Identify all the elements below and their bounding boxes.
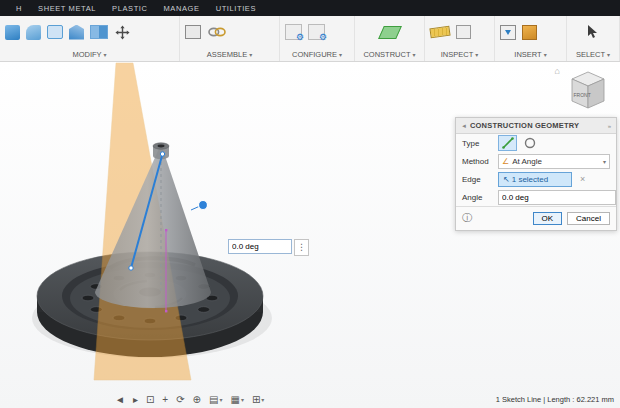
dropdown-caret-icon: ▾ xyxy=(475,51,478,58)
configure-label: CONFIGURE xyxy=(292,50,337,59)
insert-label: INSERT xyxy=(514,50,541,59)
cancel-button[interactable]: Cancel xyxy=(567,212,610,225)
gear-icon: ⚙ xyxy=(319,33,327,42)
viewports-icon: ⊞ xyxy=(252,395,260,405)
modify-menu[interactable]: MODIFY ▾ xyxy=(5,50,174,59)
dialog-footer: ⓘ OK Cancel xyxy=(456,206,616,230)
angle-row: Angle xyxy=(456,188,616,206)
move-copy-icon[interactable] xyxy=(114,24,131,41)
edge-selection-field[interactable]: ↖ 1 selected xyxy=(498,172,572,187)
angle-icon: ∠ xyxy=(502,157,509,166)
selection-status: 1 Sketch Line | Length : 62.221 mm xyxy=(496,395,614,404)
type-circle-icon[interactable] xyxy=(520,135,539,151)
toolbar-group-construct: CONSTRUCT ▾ xyxy=(355,16,425,61)
toolbar-group-assemble: ASSEMBLE ▾ xyxy=(180,16,280,61)
type-row: Type xyxy=(456,134,616,152)
configure-menu[interactable]: CONFIGURE ▾ xyxy=(285,50,349,59)
display-settings-icon: ▤ xyxy=(209,395,218,405)
method-dropdown[interactable]: ∠ At Angle ▾ xyxy=(498,154,610,169)
fusion-window: H SHEET METAL PLASTIC MANAGE UTILITIES M… xyxy=(0,0,620,408)
display-settings-button[interactable]: ▤ ▾ xyxy=(209,395,222,405)
look-at-button[interactable]: ⊕ xyxy=(193,395,201,405)
toolbar-group-configure: ⚙ ⚙ CONFIGURE ▾ xyxy=(280,16,355,61)
tab-manage[interactable]: MANAGE xyxy=(164,4,200,13)
info-icon[interactable]: ⓘ xyxy=(462,211,472,225)
dropdown-caret-icon: ▾ xyxy=(339,51,342,58)
method-value: At Angle xyxy=(512,157,542,166)
configuration-icon[interactable]: ⚙ xyxy=(285,24,302,40)
viewport[interactable]: ⋮ ⌂ FRONT ◄ CONSTRUCTION GEOMETRY » Type xyxy=(0,62,620,408)
select-cursor-icon[interactable] xyxy=(587,25,599,39)
tab-utilities[interactable]: UTILITIES xyxy=(216,4,256,13)
angle-label: Angle xyxy=(462,193,498,202)
view-next-button[interactable]: ▸ xyxy=(133,395,138,405)
split-body-icon[interactable] xyxy=(90,25,108,39)
view-cube[interactable]: FRONT xyxy=(560,68,612,114)
new-component-icon[interactable] xyxy=(185,25,201,39)
pan-button[interactable]: + xyxy=(162,395,168,405)
view-navigation-bar: ◄ ▸ ⊡ + ⟳ ⊕ ▤ ▾ ▦ ▾ ⊞ ▾ xyxy=(115,395,264,405)
dropdown-caret-icon: ▾ xyxy=(413,51,416,58)
section-analysis-icon[interactable] xyxy=(456,25,471,39)
select-menu[interactable]: SELECT ▾ xyxy=(572,50,614,59)
inspect-menu[interactable]: INSPECT ▾ xyxy=(430,50,489,59)
edge-row: Edge ↖ 1 selected × xyxy=(456,170,616,188)
collapse-icon[interactable]: ◄ xyxy=(461,123,467,129)
gear-icon: ⚙ xyxy=(296,33,304,42)
insert-mcmaster-icon[interactable] xyxy=(522,25,537,40)
ok-button[interactable]: OK xyxy=(533,212,563,225)
inline-options-icon[interactable]: ⋮ xyxy=(294,239,309,256)
measure-icon[interactable] xyxy=(429,26,450,39)
select-label: SELECT xyxy=(576,50,605,59)
expand-icon[interactable]: » xyxy=(608,123,611,129)
insert-derive-icon[interactable] xyxy=(500,25,516,40)
top-tab-bar: H SHEET METAL PLASTIC MANAGE UTILITIES xyxy=(0,0,620,16)
grid-settings-button[interactable]: ▦ ▾ xyxy=(230,395,243,405)
viewports-button[interactable]: ⊞ ▾ xyxy=(252,395,264,405)
view-previous-button[interactable]: ◄ xyxy=(115,395,125,405)
assemble-menu[interactable]: ASSEMBLE ▾ xyxy=(185,50,274,59)
angle-input[interactable] xyxy=(498,190,616,205)
modify-label: MODIFY xyxy=(72,50,101,59)
construction-plane-icon[interactable] xyxy=(378,26,402,39)
shell-icon[interactable] xyxy=(47,25,63,39)
press-pull-icon[interactable] xyxy=(5,25,20,40)
inspect-label: INSPECT xyxy=(441,50,474,59)
combine-icon[interactable] xyxy=(69,25,84,40)
configuration-table-icon[interactable]: ⚙ xyxy=(308,24,325,40)
dropdown-caret-icon: ▾ xyxy=(603,158,606,165)
toolbar-group-modify: MODIFY ▾ xyxy=(0,16,180,61)
tab-sheet-metal[interactable]: SHEET METAL xyxy=(38,4,96,13)
toolbar-group-select: SELECT ▾ xyxy=(567,16,620,61)
dialog-header[interactable]: ◄ CONSTRUCTION GEOMETRY » xyxy=(456,118,616,134)
method-label: Method xyxy=(462,157,498,166)
construction-geometry-dialog: ◄ CONSTRUCTION GEOMETRY » Type Method ∠ … xyxy=(455,117,617,231)
dropdown-caret-icon: ▾ xyxy=(261,395,264,405)
construct-menu[interactable]: CONSTRUCT ▾ xyxy=(360,50,419,59)
viewcube-front-label[interactable]: FRONT xyxy=(574,92,591,98)
angle-inline-input[interactable] xyxy=(228,239,292,254)
method-row: Method ∠ At Angle ▾ xyxy=(456,152,616,170)
cursor-icon: ↖ xyxy=(503,175,510,184)
type-line-icon[interactable] xyxy=(498,135,517,151)
insert-menu[interactable]: INSERT ▾ xyxy=(500,50,561,59)
rotate-manipulator[interactable] xyxy=(191,201,208,211)
type-label: Type xyxy=(462,139,498,148)
joint-icon[interactable] xyxy=(207,24,227,40)
edge-selection-count: 1 selected xyxy=(512,175,548,184)
orbit-button[interactable]: ⟳ xyxy=(176,395,184,405)
dropdown-caret-icon: ▾ xyxy=(219,395,222,405)
clear-selection-icon[interactable]: × xyxy=(580,174,585,184)
dialog-title: CONSTRUCTION GEOMETRY xyxy=(470,121,605,130)
3d-model-canvas[interactable] xyxy=(0,62,620,408)
dropdown-caret-icon: ▾ xyxy=(241,395,244,405)
tab-plastic[interactable]: PLASTIC xyxy=(112,4,147,13)
dropdown-caret-icon: ▾ xyxy=(104,51,107,58)
edge-label: Edge xyxy=(462,175,498,184)
ribbon-toolbar: MODIFY ▾ ASSEMBLE ▾ ⚙ ⚙ CONFIGURE xyxy=(0,16,620,62)
fit-view-button[interactable]: ⊡ xyxy=(146,395,154,405)
tab-partial[interactable]: H xyxy=(16,4,22,13)
assemble-label: ASSEMBLE xyxy=(207,50,247,59)
toolbar-group-inspect: INSPECT ▾ xyxy=(425,16,495,61)
fillet-icon[interactable] xyxy=(26,25,41,40)
